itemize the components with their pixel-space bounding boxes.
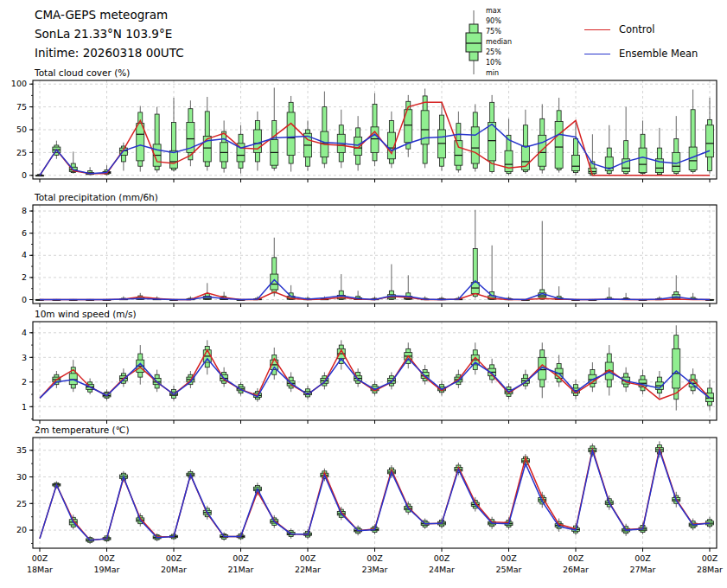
box-whisker xyxy=(354,291,362,299)
box-whisker xyxy=(69,151,77,173)
box-whisker xyxy=(387,372,395,389)
box-whisker xyxy=(455,370,462,388)
box-whisker xyxy=(505,517,513,529)
panel-title: 10m wind speed (m/s) xyxy=(35,309,137,319)
box-whisker xyxy=(371,524,379,534)
box-whisker xyxy=(639,299,647,301)
box-whisker xyxy=(119,471,127,483)
y-tick-label: 75 xyxy=(16,102,27,112)
y-tick-label: 30 xyxy=(16,472,27,482)
box-whisker xyxy=(639,120,647,175)
box-whisker xyxy=(438,518,446,528)
box-whisker xyxy=(639,522,647,534)
header: CMA-GEPS meteogram SonLa 21.33°N 103.9°E… xyxy=(35,5,184,62)
box-whisker xyxy=(53,481,61,489)
box-whisker xyxy=(69,360,77,392)
y-tick-label: 2 xyxy=(22,377,27,387)
box-whisker xyxy=(253,297,261,300)
box-whisker xyxy=(304,386,312,399)
x-tick-date: 26Mar xyxy=(563,565,589,574)
box-whisker xyxy=(53,299,61,301)
box-whisker xyxy=(639,370,647,395)
x-tick-hour: 00Z xyxy=(166,553,182,563)
y-tick-label: 50 xyxy=(16,125,27,134)
box-whisker xyxy=(187,297,195,300)
box-whisker xyxy=(706,380,714,411)
box-whisker xyxy=(103,535,111,543)
init-time: Initime: 20260318 00UTC xyxy=(35,43,184,62)
ensemble-mean-line xyxy=(40,125,710,176)
box-whisker xyxy=(589,299,596,301)
box-whisker xyxy=(287,372,295,392)
panel-title: Total precipitation (mm/6h) xyxy=(34,192,158,202)
box-whisker xyxy=(706,299,714,301)
box-whisker xyxy=(572,299,580,301)
box-whisker xyxy=(170,299,178,301)
box-whisker xyxy=(119,297,127,300)
box-whisker xyxy=(605,287,613,299)
box-whisker xyxy=(36,299,44,301)
x-tick-date: 28Mar xyxy=(697,565,723,574)
box-whisker xyxy=(153,107,161,173)
box-whisker xyxy=(119,368,127,387)
box-whisker xyxy=(405,502,412,514)
box-whisker xyxy=(673,116,680,176)
x-tick-hour: 00Z xyxy=(32,553,48,563)
box-whisker xyxy=(471,210,479,298)
y-tick-label: 1 xyxy=(22,402,27,412)
box-whisker xyxy=(387,112,395,168)
box-whisker xyxy=(271,238,278,297)
box-whisker xyxy=(438,380,446,395)
box-whisker xyxy=(539,104,546,173)
ensemble-mean-line xyxy=(40,280,710,300)
box-whisker xyxy=(622,524,630,536)
box-whisker xyxy=(337,340,345,369)
y-tick-label: 2 xyxy=(22,272,27,282)
panel-border xyxy=(33,438,717,548)
box-whisker xyxy=(521,454,529,467)
x-tick-date: 20Mar xyxy=(161,565,187,574)
panel-title: 2m temperature (℃) xyxy=(35,425,130,435)
x-tick-date: 18Mar xyxy=(27,565,53,574)
control-line xyxy=(40,350,710,399)
panel-title: Total cloud cover (%) xyxy=(34,67,130,78)
box-whisker xyxy=(421,297,429,300)
y-tick-label: 0 xyxy=(22,170,27,180)
box-whisker xyxy=(405,275,412,299)
panel-border xyxy=(33,322,717,420)
box-whisker xyxy=(605,125,613,176)
ensemble-mean-line xyxy=(40,451,710,540)
box-whisker xyxy=(455,463,462,476)
box-whisker xyxy=(170,386,178,400)
legend-label-control: Control xyxy=(619,23,655,35)
box-whisker xyxy=(321,372,328,389)
box-whisker xyxy=(505,118,513,175)
box-whisker xyxy=(321,469,328,482)
box-whisker xyxy=(488,359,496,384)
y-tick-label: 100 xyxy=(11,79,27,88)
box-whisker xyxy=(589,134,596,176)
box-whisker xyxy=(287,285,295,300)
y-tick-label: 20 xyxy=(16,525,27,534)
box-whisker xyxy=(86,536,94,544)
box-whisker xyxy=(153,370,161,393)
x-tick-date: 25Mar xyxy=(495,565,521,574)
box-whisker xyxy=(505,383,513,399)
box-whisker xyxy=(589,362,596,392)
box-whisker xyxy=(421,365,429,385)
box-whisker xyxy=(438,102,446,170)
y-tick-label: 3 xyxy=(22,353,27,362)
box-whisker xyxy=(69,514,77,529)
box-whisker xyxy=(555,519,563,532)
box-whisker xyxy=(371,93,379,166)
box-whisker xyxy=(287,528,295,539)
y-tick-label: 4 xyxy=(22,250,27,259)
box-whisker xyxy=(605,345,613,395)
boxplot-legend-glyph-icon xyxy=(456,3,486,80)
box-whisker xyxy=(655,371,663,398)
box-whisker xyxy=(421,519,429,529)
box-whisker xyxy=(455,112,462,173)
box-whisker xyxy=(271,348,278,380)
box-whisker xyxy=(539,221,546,300)
x-tick-hour: 00Z xyxy=(434,553,450,563)
